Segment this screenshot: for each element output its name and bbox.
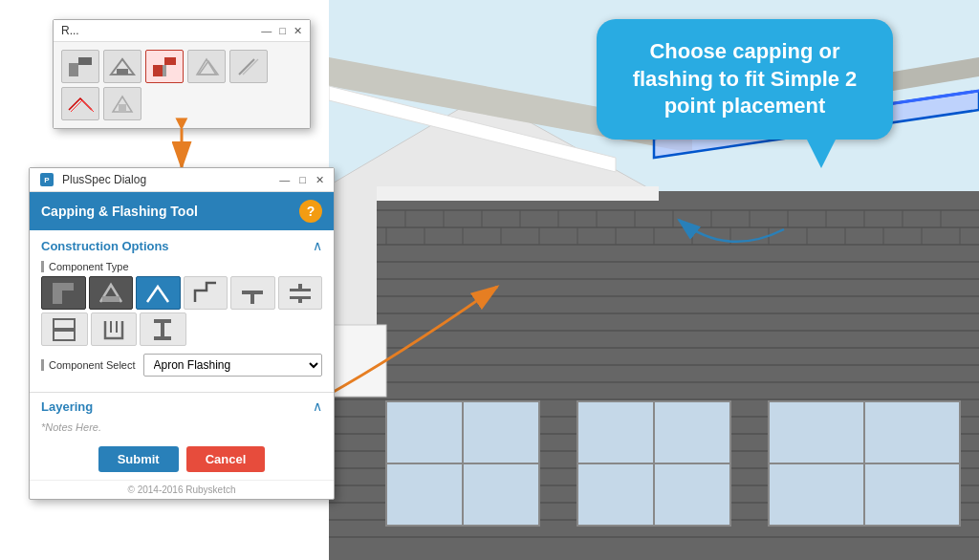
svg-text:P: P (44, 176, 50, 184)
dialog-window-controls[interactable]: — □ ✕ (279, 174, 324, 186)
dialog-title-text: PlusSpec Dialog (62, 173, 146, 186)
comp-type-7[interactable] (41, 312, 88, 346)
svg-rect-91 (290, 289, 311, 291)
toolbar-icon-4[interactable] (187, 50, 226, 83)
svg-rect-81 (329, 325, 386, 397)
construction-chevron[interactable]: ∧ (313, 238, 322, 253)
svg-rect-93 (298, 284, 302, 289)
svg-rect-65 (329, 186, 659, 201)
toolbar-title: R... (61, 24, 79, 37)
svg-rect-1 (78, 57, 92, 65)
toolbar-icon-5[interactable] (229, 50, 268, 83)
section-header: Construction Options ∧ (41, 238, 322, 253)
svg-rect-86 (53, 283, 62, 304)
comp-type-6[interactable] (278, 276, 323, 310)
svg-rect-94 (298, 299, 302, 303)
svg-rect-95 (54, 319, 75, 329)
dialog-close[interactable]: ✕ (315, 174, 324, 186)
component-select-label: Component Select (41, 359, 136, 371)
comp-type-8[interactable] (91, 312, 138, 346)
help-button[interactable]: ? (299, 200, 322, 223)
svg-rect-87 (62, 283, 74, 291)
svg-rect-2 (117, 69, 128, 75)
svg-rect-90 (250, 294, 254, 304)
toolbar-maximize[interactable]: □ (279, 25, 286, 37)
svg-rect-96 (54, 331, 75, 340)
comp-type-1[interactable] (41, 276, 86, 310)
construction-section: Construction Options ∧ Component Type (30, 230, 334, 392)
svg-rect-5 (163, 65, 166, 76)
component-select-row: Component Select Apron Flashing Ridge Ca… (41, 354, 322, 377)
speech-bubble-text: Choose capping or flashing to fit Simple… (633, 39, 858, 118)
comp-type-4[interactable] (184, 276, 228, 310)
dialog-minimize[interactable]: — (279, 174, 290, 186)
component-select-dropdown[interactable]: Apron Flashing Ridge Capping Valley Flas… (143, 354, 323, 377)
toolbar-icon-3[interactable] (145, 50, 184, 83)
notes-placeholder[interactable]: *Notes Here. (41, 421, 322, 433)
comp-type-9[interactable] (140, 312, 186, 346)
layering-section: Layering ∧ *Notes Here. (30, 392, 334, 439)
dialog-maximize[interactable]: □ (299, 174, 306, 186)
dialog-titlebar: P PlusSpec Dialog — □ ✕ (30, 168, 334, 192)
main-dialog: P PlusSpec Dialog — □ ✕ Capping & Flashi… (29, 167, 335, 500)
toolbar-controls[interactable]: — □ ✕ (261, 25, 302, 37)
toolbar-minimize[interactable]: — (261, 25, 272, 37)
svg-rect-3 (164, 57, 176, 65)
construction-title: Construction Options (41, 239, 169, 253)
dialog-title-icon: P (39, 172, 54, 187)
svg-rect-100 (154, 319, 171, 323)
toolbar-icon-1[interactable] (61, 50, 99, 83)
toolbar-body: ▼ (54, 42, 310, 128)
svg-rect-89 (242, 291, 263, 294)
layering-title: Layering (41, 399, 93, 414)
toolbar-window: R... — □ ✕ (53, 19, 311, 129)
svg-rect-0 (69, 63, 78, 76)
toolbar-icon-6[interactable] (61, 87, 99, 120)
svg-rect-101 (154, 336, 171, 340)
submit-button[interactable]: Submit (98, 446, 179, 472)
dialog-footer: Submit Cancel (30, 439, 334, 480)
down-arrow-indicator: ▼ (171, 111, 192, 136)
svg-rect-88 (102, 296, 120, 302)
dialog-header: Capping & Flashing Tool ? (30, 192, 334, 230)
layering-header: Layering ∧ (41, 398, 322, 414)
toolbar-icon-7[interactable] (103, 87, 141, 120)
comp-type-3[interactable] (136, 276, 181, 310)
svg-rect-92 (290, 296, 311, 299)
toolbar-titlebar: R... — □ ✕ (54, 20, 310, 42)
speech-bubble: Choose capping or flashing to fit Simple… (597, 19, 893, 140)
dialog-header-title: Capping & Flashing Tool (41, 204, 198, 219)
copyright-text: © 2014-2016 Rubysketch (30, 480, 334, 499)
toolbar-icon-2[interactable] (103, 50, 141, 83)
cancel-button[interactable]: Cancel (186, 446, 266, 472)
comp-type-5[interactable] (230, 276, 275, 310)
comp-type-2[interactable] (89, 276, 134, 310)
toolbar-close[interactable]: ✕ (294, 25, 302, 37)
layering-chevron[interactable]: ∧ (313, 398, 322, 414)
svg-rect-4 (153, 65, 163, 76)
component-type-label: Component Type (41, 261, 322, 272)
